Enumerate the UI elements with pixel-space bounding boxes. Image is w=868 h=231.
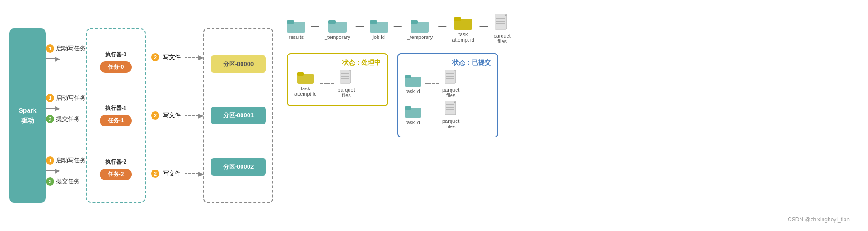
write-row-2: 2 写文件 ▶ — [151, 170, 203, 178]
committed-label-2: 已提交 — [472, 59, 491, 66]
state-processing-label: 状态：处理中 — [294, 59, 381, 67]
committed-folder-icon-1 — [405, 105, 421, 118]
fs-section: results — _temporary — job id — — [273, 5, 859, 226]
partition-1: 分区-00001 — [211, 107, 266, 124]
committed-folder-1: task id — [405, 105, 421, 125]
arrowhead-0: ▶ — [55, 55, 60, 62]
task-pill-2: 任务-2 — [100, 169, 132, 180]
folder-icon-jobid — [370, 18, 388, 33]
committed-file-label-1: parquet files — [442, 118, 459, 129]
chain-arrow-5: — — [480, 22, 488, 30]
executor-title-2: 执行器-2 — [105, 158, 127, 166]
write-label-0: 写文件 — [163, 53, 181, 61]
fs-label-temp2: _temporary — [407, 34, 433, 40]
write-arrow-1: ▶ — [185, 112, 203, 119]
state-committed-label: 状态：已提交 — [452, 59, 491, 67]
committed-file-icon-0 — [445, 70, 457, 85]
fs-label-parquet: parquet files — [494, 33, 511, 44]
fs-folder-jobid: job id — [370, 18, 388, 40]
fs-folder-taskattempt: task attempt id — [452, 15, 474, 43]
start-write-label-1: 1 启动写任务 — [46, 94, 86, 102]
partition-2: 分区-00002 — [211, 158, 266, 176]
committed-file-0: parquet files — [442, 70, 459, 98]
submit-text-1: 提交任务 — [56, 115, 80, 123]
folder-icon-results — [287, 18, 305, 33]
state-box-processing: 状态：处理中 task attempt id — [287, 53, 388, 106]
submit-text-2: 提交任务 — [56, 177, 80, 186]
badge-2-0: 2 — [151, 53, 159, 61]
dashed-write-0 — [185, 57, 198, 58]
executor-box-0: 执行器-0 任务-0 — [90, 48, 141, 76]
write-row-0: 2 写文件 ▶ — [151, 53, 203, 61]
arrow-line-2: ▶ — [46, 167, 60, 174]
state-boxes: 状态：处理中 task attempt id — [287, 53, 498, 138]
write-arrow-0: ▶ — [185, 54, 203, 61]
fs-label-taskattempt: task attempt id — [452, 32, 474, 43]
write-section: 2 写文件 ▶ 2 写文件 ▶ 2 写文件 ▶ — [151, 28, 203, 203]
svg-rect-30 — [405, 106, 411, 110]
committed-file-1: parquet files — [442, 101, 459, 129]
chain-arrow-1: — — [311, 22, 319, 30]
start-write-label-0: 1 启动写任务 — [46, 44, 86, 53]
executor-title-0: 执行器-0 — [105, 51, 127, 59]
chain-arrow-3: — — [394, 22, 402, 30]
folder-chain: results — _temporary — job id — — [287, 14, 511, 44]
executor-row-1-left: 1 启动写任务 ▶ 3 提交任务 — [46, 94, 86, 124]
spark-label-2: 驱动 — [21, 116, 34, 126]
badge-3-1: 3 — [46, 115, 54, 123]
write-label-2: 写文件 — [163, 170, 181, 178]
main-container: Spark 驱动 1 启动写任务 ▶ 1 启动写任务 ▶ — [0, 0, 868, 231]
fs-label-jobid: job id — [372, 34, 384, 40]
badge-2-1: 2 — [151, 111, 159, 120]
executors-container: 执行器-0 任务-0 执行器-1 任务-1 执行器-2 任务-2 — [86, 28, 146, 203]
committed-folder-label-0: task id — [406, 88, 420, 94]
start-write-text-0: 启动写任务 — [56, 44, 86, 53]
processing-file: parquet files — [338, 70, 355, 98]
submit-label-1: 3 提交任务 — [46, 115, 80, 123]
arrow-line-0: ▶ — [46, 55, 60, 62]
folder-icon-temp2 — [411, 18, 429, 33]
start-write-text-1: 启动写任务 — [56, 94, 86, 102]
svg-rect-7 — [411, 20, 418, 24]
spark-label-1: Spark — [19, 105, 37, 116]
badge-2-2: 2 — [151, 170, 159, 178]
arrowhead-w-0: ▶ — [198, 54, 203, 61]
dashed-h-0 — [46, 58, 55, 59]
executor-box-2: 执行器-2 任务-2 — [90, 155, 141, 183]
svg-rect-31 — [445, 101, 456, 115]
arrowhead-w-2: ▶ — [198, 170, 203, 177]
committed-row-1: task id parquet files — [405, 101, 491, 129]
committed-file-icon-1 — [445, 101, 457, 116]
committed-folder-icon-0 — [405, 74, 421, 87]
committed-label-row: 状态：已提交 — [405, 59, 491, 70]
folder-icon-taskattempt — [454, 15, 472, 30]
spark-driver: Spark 驱动 — [9, 28, 46, 203]
committed-folder-label-1: task id — [406, 120, 420, 125]
processing-file-icon — [340, 70, 353, 85]
write-arrow-2: ▶ — [185, 170, 203, 177]
committed-label-1: 状态： — [452, 59, 472, 66]
write-row-1: 2 写文件 ▶ — [151, 111, 203, 120]
dash-comm-1 — [425, 115, 439, 116]
csdn-label: CSDN @zhixingheyi_tian — [788, 216, 850, 223]
fs-label-results: results — [289, 34, 304, 40]
svg-rect-9 — [454, 17, 461, 21]
badge-3-2: 3 — [46, 177, 54, 186]
dashed-write-2 — [185, 173, 198, 174]
svg-rect-3 — [328, 20, 336, 24]
processing-label-2: 处理中 — [361, 59, 381, 66]
task-pill-1: 任务-1 — [100, 115, 132, 126]
processing-folder-icon — [297, 71, 314, 84]
badge-1-0: 1 — [46, 44, 54, 53]
state-box-committed: 状态：已提交 task id — [397, 53, 498, 138]
arrow-line-1: ▶ — [46, 104, 60, 112]
file-icon-parquet — [495, 14, 509, 31]
processing-file-label: parquet files — [338, 87, 355, 98]
svg-rect-24 — [445, 70, 456, 83]
start-write-text-2: 启动写任务 — [56, 156, 86, 165]
fs-folder-results: results — [287, 18, 305, 40]
svg-rect-10 — [495, 14, 507, 29]
arrowhead-w-1: ▶ — [198, 112, 203, 119]
badge-1-2: 1 — [46, 156, 54, 165]
svg-rect-17 — [340, 70, 351, 83]
